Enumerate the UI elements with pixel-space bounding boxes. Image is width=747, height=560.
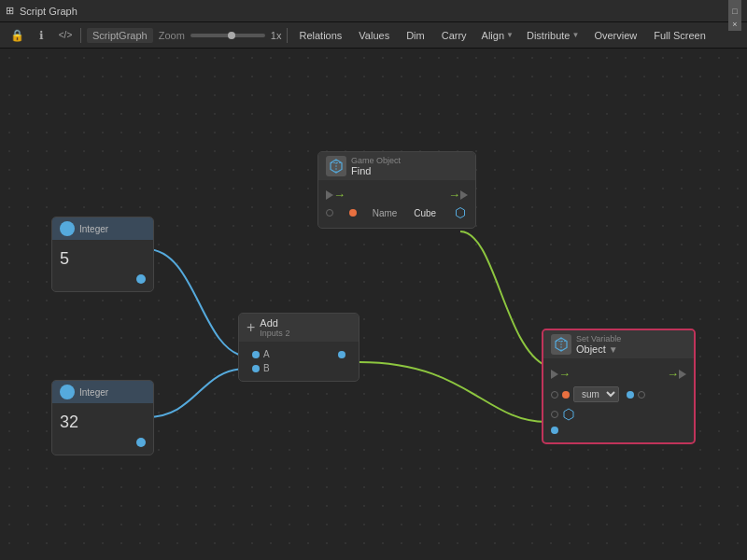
gof-name-icon [453,205,468,220]
integer2-port-icon [60,385,75,399]
set-variable-node: Set Variable Object ▼ → → sum [542,329,696,444]
setvar-flow-row: → → [551,364,686,384]
titlebar-icon: ⊞ [6,5,14,17]
integer1-port-row [60,273,146,286]
setvar-header: Set Variable Object ▼ [543,330,694,358]
setvar-subtitle: Set Variable [576,334,621,343]
add-port-a-output[interactable] [338,351,345,358]
window-title: Script Graph [20,6,78,17]
setvar-sum-row: sum [551,384,686,405]
gof-title: Find [351,165,401,176]
titlebar: ⊞ Script Graph − □ × [0,0,747,22]
add-node: + Add Inputs 2 A B [238,313,359,382]
zoom-slider[interactable] [190,34,265,37]
zoom-value: 1x [271,30,282,41]
setvar-bottom-port[interactable] [551,427,558,434]
gof-flow-arrow: → [333,188,345,202]
gof-name-port-orange[interactable] [349,209,357,217]
setvar-sum-output-port[interactable] [627,391,634,399]
integer2-port-row [60,436,146,449]
gof-flow-in[interactable] [326,190,333,200]
gof-flow-row: → → [326,186,468,203]
setvar-cube-row [551,405,686,424]
setvar-sum-dropdown[interactable]: sum [573,386,619,402]
gof-flow-out-arrow: → [448,188,460,202]
gof-cube-icon [326,156,346,176]
setvar-cube-small-icon [562,408,575,421]
align-dropdown[interactable]: Align ▼ [478,28,517,43]
add-port-b-input[interactable] [252,365,260,372]
setvar-cube-icon [551,334,571,355]
gof-subtitle: Game Object [351,156,401,165]
fullscreen-button[interactable]: Full Screen [648,28,712,43]
setvar-flow-in[interactable] [551,370,558,379]
add-header: + Add Inputs 2 [239,314,359,342]
lock-button[interactable]: 🔒 [7,26,26,45]
gameobject-find-node: Game Object Find → → Name Cube [317,151,476,229]
connections-overlay [0,49,747,560]
window-controls: − □ × [728,0,741,31]
relations-button[interactable]: Relations [293,28,347,43]
gof-name-row: Name Cube [326,203,468,222]
integer2-header: Integer [52,381,153,403]
gof-name-value: Cube [414,208,436,218]
gof-flow-out[interactable] [460,190,468,200]
setvar-sum-port[interactable] [562,391,570,399]
integer2-value[interactable]: 32 [60,409,146,436]
integer-node-2: Integer 32 [51,380,154,455]
separator [80,28,81,43]
carry-button[interactable]: Carry [436,28,472,43]
add-port-b-row: B [247,361,351,375]
add-title: Add [260,317,289,329]
add-port-a-input[interactable] [252,351,260,358]
setvar-body: → → sum [543,358,694,442]
integer1-port-icon [60,221,75,236]
setvar-sum-in-circle[interactable] [551,391,558,399]
dim-button[interactable]: Dim [401,28,430,43]
toolbar: 🔒 ℹ </> ScriptGraph Zoom 1x Relations Va… [0,22,747,49]
canvas[interactable]: Integer 5 Integer 32 + Add In [0,49,747,560]
setvar-dropdown-arrow: ▼ [609,344,618,355]
gof-header: Game Object Find [318,152,475,180]
setvar-in-arrow: → [558,367,571,381]
integer2-output-port[interactable] [136,438,146,447]
setvar-sum-out-circle[interactable] [638,391,645,399]
setvar-bottom-row [551,424,686,437]
scriptgraph-label: ScriptGraph [87,28,153,43]
zoom-label: Zoom [159,30,185,41]
info-button[interactable]: ℹ [32,26,50,45]
add-subtitle: Inputs 2 [260,329,289,338]
integer1-value[interactable]: 5 [60,245,146,273]
gof-body: → → Name Cube [318,180,475,228]
distribute-arrow-icon: ▼ [571,31,579,39]
setvar-title: Object [576,343,606,355]
integer-node-1: Integer 5 [51,217,154,292]
distribute-dropdown[interactable]: Distribute ▼ [523,28,583,43]
align-arrow-icon: ▼ [506,31,514,39]
setvar-cube-in-circle[interactable] [551,411,558,418]
separator2 [287,28,288,43]
code-button[interactable]: </> [56,26,75,45]
add-body: A B [239,342,359,381]
integer1-label: Integer [79,224,108,234]
integer2-label: Integer [79,387,108,398]
integer1-body: 5 [52,240,153,291]
add-plus-icon: + [247,319,255,336]
gof-name-in-port[interactable] [326,209,333,217]
close-button[interactable]: × [728,18,741,31]
setvar-out-arrow: → [667,367,679,381]
overview-button[interactable]: Overview [588,28,642,43]
integer1-output-port[interactable] [136,274,146,284]
gof-name-label: Name [373,208,398,218]
add-port-a-row: A [247,347,351,361]
integer2-body: 32 [52,403,153,455]
integer1-header: Integer [52,217,153,240]
values-button[interactable]: Values [353,28,395,43]
maximize-button[interactable]: □ [728,5,741,18]
setvar-flow-out[interactable] [679,370,686,379]
